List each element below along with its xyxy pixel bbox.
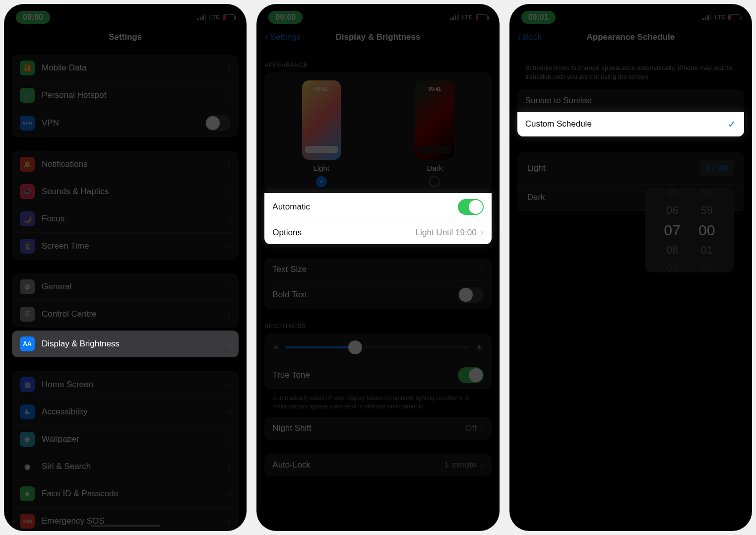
- status-time: 09:01: [521, 11, 556, 24]
- settings-row-screentime[interactable]: ⏳Screen Time›: [12, 233, 239, 260]
- automatic-row[interactable]: Automatic: [264, 193, 491, 221]
- display-brightness-screen: 09:00 LTE ‹ Settings Display & Brightnes…: [256, 4, 499, 531]
- brightness-slider-row[interactable]: ☀︎ ☀︎: [264, 334, 491, 361]
- sunset-sunrise-row[interactable]: Sunset to Sunrise: [517, 89, 744, 112]
- home-indicator[interactable]: [91, 525, 160, 527]
- time-wheel[interactable]: 05 06 07 08 09 58 59 00 01 02: [645, 188, 734, 272]
- schedule-help: Schedule times to change appearance auto…: [525, 64, 736, 81]
- settings-row-siri[interactable]: ◉Siri & Search›: [12, 453, 239, 480]
- sun-low-icon: ☀︎: [272, 343, 279, 352]
- settings-row-home[interactable]: ▦Home Screen›: [12, 371, 239, 399]
- vpn-toggle[interactable]: [205, 115, 231, 131]
- page-title: Appearance Schedule: [587, 32, 675, 42]
- notifications-icon: 🔔: [20, 157, 35, 172]
- hour-wheel[interactable]: 05 06 07 08 09: [655, 186, 690, 274]
- settings-row-notifications[interactable]: 🔔Notifications›: [12, 151, 239, 178]
- dark-radio[interactable]: [429, 176, 440, 187]
- appearance-picker: 09:41 Light 09:41 Dark: [264, 72, 491, 193]
- checkmark-icon: ✓: [728, 118, 736, 130]
- settings-row-hotspot[interactable]: 🔗Personal Hotspot›: [12, 82, 239, 109]
- settings-row-control-centre[interactable]: ⠿Control Centre›: [12, 301, 239, 328]
- settings-row-sos[interactable]: SOSEmergency SOS›: [12, 508, 239, 531]
- custom-schedule-row[interactable]: Custom Schedule ✓: [517, 112, 744, 136]
- wallpaper-icon: ❀: [20, 432, 35, 447]
- chevron-right-icon: ›: [228, 516, 231, 527]
- bold-text-row[interactable]: Bold Text: [264, 281, 491, 309]
- text-size-row[interactable]: Text Size ›: [264, 258, 491, 281]
- chevron-right-icon: ›: [228, 241, 231, 252]
- signal-icon: [702, 14, 711, 20]
- dark-thumb: 09:41: [415, 80, 454, 160]
- sounds-icon: 🔊: [20, 184, 35, 199]
- status-time: 09:00: [16, 11, 50, 24]
- minute-wheel[interactable]: 58 59 00 01 02: [690, 186, 724, 274]
- control-centre-icon: ⠿: [20, 307, 35, 322]
- light-time-row[interactable]: Light 07:00: [517, 152, 744, 185]
- settings-row-display[interactable]: AADisplay & Brightness›: [12, 331, 239, 357]
- appearance-header: APPEARANCE: [264, 62, 491, 68]
- status-bar: 09:00 LTE: [4, 4, 247, 26]
- network-label: LTE: [462, 14, 473, 21]
- brightness-slider[interactable]: [285, 346, 468, 348]
- light-radio[interactable]: [316, 176, 327, 187]
- sos-icon: SOS: [20, 514, 35, 529]
- home-icon: ▦: [20, 377, 35, 392]
- chevron-right-icon: ›: [228, 159, 231, 170]
- settings-row-mobile-data[interactable]: 📶Mobile Data›: [12, 55, 239, 82]
- appearance-schedule-screen: 09:01 LTE ‹ Back Appearance Schedule Sch…: [509, 4, 752, 531]
- chevron-right-icon: ›: [228, 434, 231, 445]
- light-thumb: 09:41: [302, 80, 341, 160]
- brightness-header: BRIGHTNESS: [264, 323, 491, 330]
- chevron-right-icon: ›: [228, 214, 231, 224]
- page-title: Settings: [109, 32, 142, 42]
- chevron-right-icon: ›: [481, 460, 484, 470]
- settings-row-faceid[interactable]: ☻Face ID & Passcode›: [12, 480, 239, 508]
- sun-high-icon: ☀︎: [475, 341, 484, 353]
- back-button[interactable]: ‹ Settings: [264, 31, 301, 44]
- status-bar: 09:01 LTE: [509, 4, 752, 26]
- chevron-right-icon: ›: [228, 380, 231, 390]
- chevron-right-icon: ›: [228, 282, 231, 292]
- signal-icon: [450, 14, 459, 20]
- light-time-value[interactable]: 07:00: [699, 160, 734, 176]
- signal-icon: [197, 14, 206, 20]
- settings-row-accessibility[interactable]: ♿︎Accessibility›: [12, 399, 239, 426]
- automatic-toggle[interactable]: [458, 199, 484, 215]
- settings-row-focus[interactable]: 🌙Focus›: [12, 205, 239, 233]
- mode-dark[interactable]: 09:41 Dark: [415, 80, 454, 187]
- chevron-right-icon: ›: [228, 187, 231, 197]
- settings-row-sounds[interactable]: 🔊Sounds & Haptics›: [12, 178, 239, 205]
- battery-icon: [728, 14, 740, 20]
- hotspot-icon: 🔗: [20, 88, 35, 103]
- vpn-icon: VPN: [20, 116, 35, 131]
- chevron-right-icon: ›: [228, 339, 231, 349]
- back-button[interactable]: ‹ Back: [517, 31, 542, 44]
- mobile-data-icon: 📶: [20, 61, 35, 75]
- chevron-right-icon: ›: [481, 423, 484, 433]
- settings-row-wallpaper[interactable]: ❀Wallpaper›: [12, 426, 239, 453]
- bold-toggle[interactable]: [458, 287, 484, 303]
- chevron-left-icon: ‹: [517, 31, 521, 44]
- truetone-toggle[interactable]: [458, 367, 484, 383]
- options-row[interactable]: Options Light Until 19:00 ›: [264, 221, 491, 244]
- settings-row-vpn[interactable]: VPNVPN: [12, 109, 239, 137]
- navbar: ‹ Settings Display & Brightness: [256, 26, 499, 49]
- navbar: Settings: [4, 26, 247, 49]
- chevron-right-icon: ›: [481, 264, 484, 274]
- chevron-right-icon: ›: [228, 90, 231, 101]
- screentime-icon: ⏳: [20, 239, 35, 254]
- general-icon: ⚙︎: [20, 279, 35, 294]
- status-time: 09:00: [268, 11, 303, 24]
- chevron-right-icon: ›: [228, 309, 231, 320]
- settings-row-general[interactable]: ⚙︎General›: [12, 273, 239, 301]
- chevron-right-icon: ›: [481, 227, 484, 238]
- battery-icon: [223, 14, 235, 20]
- mode-light[interactable]: 09:41 Light: [302, 80, 341, 187]
- network-label: LTE: [714, 14, 725, 21]
- faceid-icon: ☻: [20, 486, 35, 501]
- navbar: ‹ Back Appearance Schedule: [509, 26, 752, 49]
- truetone-row[interactable]: True Tone: [264, 361, 491, 389]
- autolock-row[interactable]: Auto-Lock 1 minute ›: [264, 454, 491, 476]
- nightshift-row[interactable]: Night Shift Off ›: [264, 417, 491, 440]
- network-label: LTE: [209, 14, 220, 21]
